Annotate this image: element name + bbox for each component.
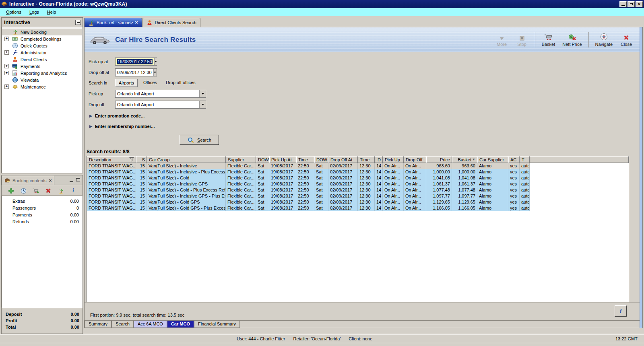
column-header-price-13[interactable]: Price (426, 156, 452, 163)
sidebar-item-quick-quotes[interactable]: Quick Quotes (2, 42, 82, 49)
booking-total-profit: Profit0.00 (6, 317, 79, 324)
maximize-booking-panel-icon[interactable] (76, 178, 80, 181)
expander-arrow-icon: ▶ (89, 124, 92, 128)
result-row-2[interactable]: FORD TRANSIT WAG...15Van(Full Size) - In… (87, 169, 629, 175)
delete-icon-button[interactable] (45, 187, 52, 194)
close-button[interactable]: Close (617, 32, 636, 48)
menu-options[interactable]: Options (2, 9, 25, 15)
column-header-car-supplier-15[interactable]: Car Supplier (477, 156, 508, 163)
sidebar-item-maintenance[interactable]: +Maintenance (2, 83, 82, 90)
cell: yes (508, 199, 520, 205)
cell: Alamo (477, 169, 508, 175)
menu-help[interactable]: Help (43, 9, 60, 15)
bottom-tab-search[interactable]: Search (111, 321, 134, 328)
pickup-at-dropdown-icon[interactable] (154, 58, 157, 65)
sidebar-item-viewdata[interactable]: Viewdata (2, 76, 82, 83)
column-header-drop-off-12[interactable]: Drop Off (404, 156, 426, 163)
search-body: Pick up at 19/08/2017 22:50 Drop off at … (85, 52, 640, 328)
expand-icon[interactable]: + (4, 71, 9, 75)
expand-icon[interactable]: + (4, 37, 9, 41)
column-header-pick-up-11[interactable]: Pick Up (383, 156, 404, 163)
column-header-basket-14[interactable]: Basket▼ (452, 156, 477, 163)
dropoff-at-input[interactable]: 02/09/2017 12:30 (115, 68, 157, 76)
tab-direct-clients-search[interactable]: Direct Clients Search (142, 18, 200, 27)
column-header-t-17[interactable]: T (520, 156, 530, 163)
search-form: Pick up at 19/08/2017 22:50 Drop off at … (85, 52, 640, 145)
sidebar-item-payments[interactable]: +$Payments (2, 63, 82, 70)
bottom-tab-car-mco[interactable]: Car MCO (167, 321, 194, 328)
expand-icon[interactable]: + (4, 64, 9, 68)
cartgo-icon-button[interactable] (32, 187, 39, 194)
promotion-code-expander[interactable]: ▶ Enter promotion code... (89, 113, 640, 119)
tab-close-icon[interactable]: × (135, 20, 138, 25)
pickup-location-dropdown-icon[interactable] (199, 90, 206, 97)
column-header-dow-7[interactable]: DOW (314, 156, 328, 163)
clock-icon-button[interactable] (20, 187, 27, 194)
cell: 1,041.08 (452, 175, 477, 181)
panel-edge-strip[interactable] (640, 27, 642, 328)
restore-button[interactable] (627, 1, 635, 7)
column-header-s-1[interactable]: S (136, 156, 147, 163)
column-header-label: S (142, 157, 145, 162)
dropoff-location-dropdown-icon[interactable] (199, 101, 206, 108)
pickup-location-select[interactable]: Orlando Intl Airport (115, 90, 206, 98)
tab-book-ref-none[interactable]: Book. ref.: <none>× (84, 18, 142, 27)
column-header-description-0[interactable]: Description (87, 156, 136, 163)
search-in-tab-offices[interactable]: Offices (140, 79, 160, 87)
search-in-tab-drop-off-offices[interactable]: Drop off offices (163, 79, 199, 87)
column-header-time-6[interactable]: Time (296, 156, 314, 163)
booking-contents-tab[interactable]: Booking contents × (2, 176, 54, 185)
result-row-8[interactable]: FORD TRANSIT WAG...15Van(Full Size) - Go… (87, 205, 629, 211)
sidebar-item-direct-clients[interactable]: Direct Clients (2, 56, 82, 63)
column-header-d-10[interactable]: D (375, 156, 383, 163)
dropoff-location-select[interactable]: Orlando Intl Airport (115, 101, 206, 109)
column-header-time-9[interactable]: Time (358, 156, 375, 163)
filter-icon[interactable] (129, 157, 134, 162)
result-row-5[interactable]: FORD TRANSIT WAG...15Van(Full Size) - Go… (87, 187, 629, 193)
cell: 14 (375, 193, 383, 199)
bottom-tab-financial-summary[interactable]: Financial Summary (194, 321, 240, 328)
menu-logs[interactable]: Logs (26, 9, 43, 15)
nett-price-button[interactable]: Nett Price (559, 32, 584, 48)
column-header-pick-up-at-5[interactable]: Pick Up At (269, 156, 296, 163)
info-button[interactable]: i (615, 305, 627, 317)
column-header-supplier-3[interactable]: Supplier (226, 156, 256, 163)
palm-icon-button[interactable] (57, 187, 64, 194)
close-button[interactable]: × (636, 1, 643, 7)
info-icon-button[interactable]: i (70, 187, 77, 194)
add-icon-button[interactable] (7, 187, 14, 194)
bottom-tab-summary[interactable]: Summary (85, 321, 111, 328)
column-header-ac-16[interactable]: AC (508, 156, 520, 163)
result-row-6[interactable]: FORD TRANSIT WAG...15Van(Full Size) - In… (87, 193, 629, 199)
bottom-tab-acc-6a-mco[interactable]: Acc 6A MCO (134, 321, 167, 328)
membership-number-expander[interactable]: ▶ Enter membership number... (89, 123, 640, 130)
result-row-7[interactable]: FORD TRANSIT WAG...15Van(Full Size) - Go… (87, 199, 629, 205)
navigate-button[interactable]: Navigate (592, 32, 615, 48)
booking-contents-list: Extras0.00Passengers0Payments0.00Refunds… (2, 196, 83, 308)
column-header-car-group-2[interactable]: Car Group (147, 156, 226, 163)
sidebar-item-new-booking[interactable]: New Booking (2, 29, 82, 35)
result-row-1[interactable]: FORD TRANSIT WAG...15Van(Full Size) - In… (87, 163, 629, 169)
column-header-drop-off-at-8[interactable]: Drop Off At (328, 156, 358, 163)
collapse-panel-button[interactable] (75, 20, 81, 25)
cell: Alamo (477, 175, 508, 181)
sidebar-item-completed-bookings[interactable]: +Completed Bookings (2, 35, 82, 42)
pickup-at-input[interactable]: 19/08/2017 22:50 (115, 58, 157, 66)
status-bar: User: 444 - Charlie Fitter Retailer: 'Oc… (0, 334, 644, 343)
basket-button[interactable]: Basket (539, 32, 558, 48)
cell: FORD TRANSIT WAG... (87, 169, 136, 175)
expand-icon[interactable]: + (4, 50, 9, 55)
sidebar-item-administrator[interactable]: +Administrator (2, 49, 82, 56)
result-row-3[interactable]: FORD TRANSIT WAG...15Van(Full Size) - Go… (87, 175, 629, 181)
search-in-tab-airports[interactable]: Airports (115, 79, 138, 87)
expand-icon[interactable]: + (4, 84, 9, 89)
cell: 15 (136, 193, 147, 199)
dropoff-at-dropdown-icon[interactable] (153, 69, 157, 76)
close-booking-contents-icon[interactable]: × (49, 178, 52, 183)
search-button[interactable]: Search (180, 135, 219, 145)
minimize-booking-panel-icon[interactable] (70, 181, 73, 182)
column-header-dow-4[interactable]: DOW (256, 156, 269, 163)
result-row-4[interactable]: FORD TRANSIT WAG...15Van(Full Size) - In… (87, 181, 629, 187)
sidebar-item-reporting-and-analytics[interactable]: +Reporting and Analytics (2, 70, 82, 76)
minimize-button[interactable] (619, 1, 627, 7)
